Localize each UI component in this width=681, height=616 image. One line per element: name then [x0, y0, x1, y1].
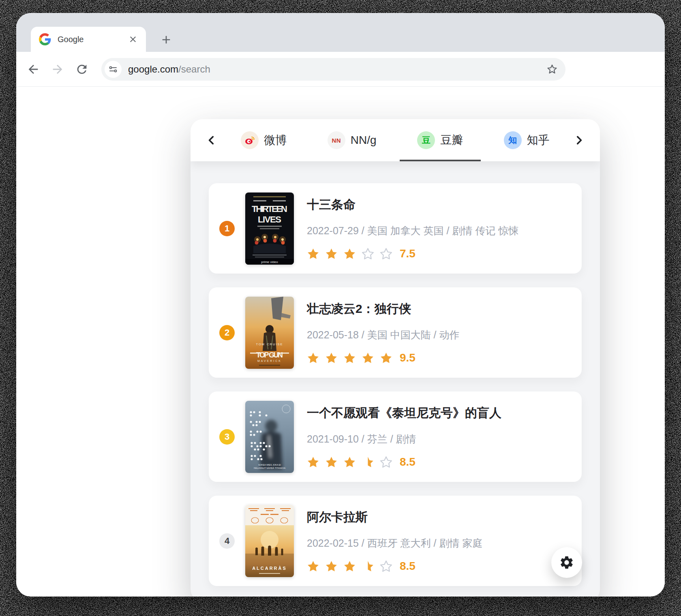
- star-empty-icon: [362, 248, 374, 260]
- movie-meta: 2021-09-10 / 芬兰 / 剧情: [307, 432, 582, 446]
- movie-rating: 8.5: [307, 456, 582, 468]
- scroll-left-button[interactable]: [203, 119, 221, 161]
- movie-card[interactable]: 3: [209, 391, 582, 482]
- panel-tab-bar: 微博 NN NN/g 豆 豆瓣 知 知乎: [191, 119, 600, 161]
- star-filled-icon: [343, 560, 356, 573]
- movie-score: 8.5: [400, 456, 415, 468]
- forward-button[interactable]: [47, 59, 68, 80]
- star-filled-icon: [343, 456, 356, 468]
- url-domain: google.com: [128, 64, 178, 75]
- movie-title: 壮志凌云2：独行侠: [307, 301, 582, 317]
- movie-meta: 2022-02-15 / 西班牙 意大利 / 剧情 家庭: [307, 537, 582, 550]
- forward-arrow-icon: [51, 62, 64, 76]
- movie-meta: 2022-07-29 / 美国 加拿大 英国 / 剧情 传记 惊悚: [307, 224, 582, 237]
- tab-label: 知乎: [527, 133, 550, 148]
- movie-poster: ALCARRÀS: [245, 505, 294, 577]
- svg-text:TOM CRUISE: TOM CRUISE: [256, 342, 283, 346]
- plus-icon: [160, 33, 173, 46]
- svg-text:LIVES: LIVES: [258, 214, 281, 225]
- rank-badge: 3: [219, 429, 235, 445]
- rank-badge: 1: [219, 221, 235, 236]
- star-filled-icon: [343, 248, 356, 260]
- new-tab-button[interactable]: [157, 31, 175, 49]
- bookmark-star-icon: [546, 63, 558, 75]
- browser-window: Google: [16, 13, 665, 597]
- movie-poster: SOKEA MIES JOKA EI HALUNNUT NÄHDÄ TITANI…: [245, 401, 294, 473]
- google-favicon-icon: [39, 33, 51, 45]
- movie-list: 1 THIRTEEN LIVES: [191, 161, 600, 586]
- movie-title: 阿尔卡拉斯: [307, 509, 582, 526]
- svg-text:THIRTEEN: THIRTEEN: [252, 204, 287, 214]
- weibo-icon: [241, 131, 259, 149]
- star-filled-icon: [307, 248, 319, 260]
- star-empty-icon: [380, 248, 392, 260]
- tab-douban[interactable]: 豆 豆瓣: [417, 119, 463, 161]
- back-button[interactable]: [23, 59, 44, 80]
- movie-poster: THIRTEEN LIVES prime v: [245, 192, 294, 265]
- star-filled-icon: [325, 248, 338, 260]
- url-text: google.com/search: [128, 64, 210, 75]
- svg-text:ALCARRÀS: ALCARRÀS: [252, 566, 287, 571]
- scroll-right-button[interactable]: [570, 119, 588, 161]
- address-bar[interactable]: google.com/search: [101, 58, 565, 81]
- browser-toolbar: google.com/search: [16, 52, 665, 87]
- star-empty-icon: [380, 560, 392, 573]
- tab-label: 微博: [264, 133, 287, 148]
- extension-panel: 微博 NN NN/g 豆 豆瓣 知 知乎: [191, 119, 600, 597]
- movie-info: 壮志凌云2：独行侠 2022-05-18 / 美国 中国大陆 / 动作 9.5: [307, 301, 582, 364]
- movie-title: 十三条命: [307, 197, 582, 213]
- movie-title: 一个不愿观看《泰坦尼克号》的盲人: [307, 405, 582, 421]
- movie-card[interactable]: 2: [209, 287, 582, 378]
- star-filled-icon: [362, 352, 374, 364]
- chevron-left-icon: [206, 134, 217, 146]
- svg-text:SOKEA MIES JOKA EI: SOKEA MIES JOKA EI: [258, 464, 281, 466]
- star-filled-icon: [325, 352, 338, 364]
- movie-score: 9.5: [400, 351, 415, 364]
- movie-info: 一个不愿观看《泰坦尼克号》的盲人 2021-09-10 / 芬兰 / 剧情 8.…: [307, 405, 582, 468]
- nng-icon: NN: [328, 131, 345, 149]
- movie-rating: 7.5: [307, 247, 582, 260]
- star-half-icon: [362, 560, 374, 573]
- tab-label: NN/g: [351, 134, 377, 147]
- svg-text:prime video: prime video: [261, 260, 278, 264]
- movie-rating: 8.5: [307, 560, 582, 573]
- bookmark-button[interactable]: [546, 63, 558, 75]
- reload-button[interactable]: [71, 59, 92, 80]
- movie-score: 8.5: [400, 560, 415, 573]
- svg-text:TOP GUN: TOP GUN: [256, 351, 283, 359]
- tab-strip: Google: [16, 13, 665, 52]
- zhihu-icon: 知: [504, 131, 522, 149]
- chevron-right-icon: [574, 134, 584, 146]
- movie-score: 7.5: [400, 247, 415, 260]
- movie-rating: 9.5: [307, 351, 582, 364]
- star-row: [307, 248, 398, 260]
- movie-card[interactable]: 1 THIRTEEN LIVES: [209, 183, 582, 274]
- star-filled-icon: [325, 560, 338, 573]
- svg-text:MAVERICK: MAVERICK: [257, 359, 282, 362]
- star-row: [307, 352, 398, 364]
- star-filled-icon: [325, 456, 338, 468]
- star-filled-icon: [343, 352, 356, 364]
- browser-tab-google[interactable]: Google: [31, 27, 146, 52]
- tab-nng[interactable]: NN NN/g: [328, 119, 377, 161]
- settings-fab-button[interactable]: [551, 547, 582, 578]
- tab-weibo[interactable]: 微博: [241, 119, 287, 161]
- tab-close-icon[interactable]: [128, 34, 138, 44]
- star-empty-icon: [380, 456, 392, 468]
- tab-title: Google: [58, 35, 128, 44]
- movie-info: 十三条命 2022-07-29 / 美国 加拿大 英国 / 剧情 传记 惊悚 7…: [307, 197, 582, 260]
- page-content: 微博 NN NN/g 豆 豆瓣 知 知乎: [16, 87, 665, 596]
- star-row: [307, 560, 398, 573]
- star-filled-icon: [380, 352, 392, 364]
- movie-card[interactable]: 4: [209, 496, 582, 586]
- rank-badge: 2: [219, 325, 235, 340]
- star-half-icon: [362, 456, 374, 468]
- site-settings-chip[interactable]: [105, 61, 122, 78]
- tab-zhihu[interactable]: 知 知乎: [504, 119, 550, 161]
- tab-label: 豆瓣: [440, 133, 463, 148]
- svg-text:HALUNNUT NÄHDÄ TITANICIA: HALUNNUT NÄHDÄ TITANICIA: [254, 467, 286, 469]
- panel-tabs: 微博 NN NN/g 豆 豆瓣 知 知乎: [221, 119, 570, 161]
- movie-poster: TOM CRUISE TOP GUN MAVERICK: [245, 297, 294, 369]
- star-filled-icon: [307, 456, 319, 468]
- star-filled-icon: [307, 352, 319, 364]
